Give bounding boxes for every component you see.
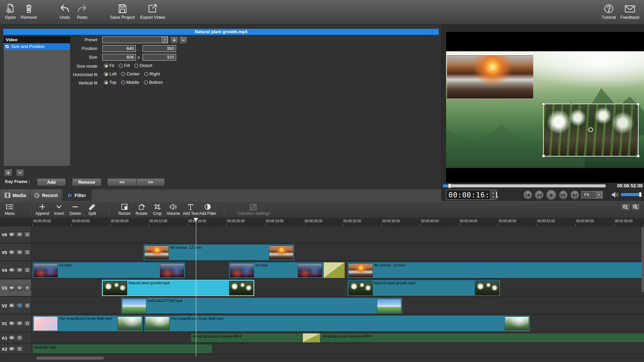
speaker-icon[interactable] — [9, 232, 15, 237]
track-lane-a1[interactable]: Amazing sunset scenery.MP4Amazing sunset… — [32, 333, 644, 343]
volume-handle[interactable] — [639, 192, 642, 197]
speaker-icon[interactable] — [9, 321, 15, 326]
timeline-clip[interactable]: Amazing sunset scenery.MP4 — [191, 333, 303, 343]
timecode-display[interactable]: 00:00:16:21 ▲▼ — [446, 190, 497, 200]
tab-filter[interactable]: fx Filter — [63, 189, 92, 201]
radio-right[interactable] — [144, 72, 148, 76]
radio-fit[interactable] — [104, 64, 108, 68]
lock-icon[interactable] — [24, 267, 31, 273]
speaker-icon[interactable] — [9, 335, 15, 341]
track-lane-v4[interactable]: 14.mp414.mp448 sunrise -12.mov — [32, 262, 644, 279]
track-lane-v1[interactable]: The magnificent Great Wall.mp4The magnif… — [32, 315, 644, 332]
lock-icon[interactable] — [24, 321, 31, 326]
feedback-button[interactable]: Feedback — [615, 2, 644, 23]
speaker-icon[interactable] — [9, 285, 15, 291]
chevron-down-icon[interactable]: ▼ — [162, 37, 167, 43]
speaker-icon[interactable] — [9, 250, 15, 255]
track-header-v6[interactable]: V6 — [0, 226, 32, 243]
skip-to-start-button[interactable] — [523, 190, 532, 199]
remove-button[interactable]: Remove — [14, 2, 43, 23]
eye-icon[interactable] — [16, 250, 23, 255]
redo-button[interactable]: Redo — [68, 2, 97, 23]
timeline-clip[interactable]: 48 sunrise -12.mov — [144, 244, 294, 260]
keyframe-next-button[interactable]: >> — [137, 178, 165, 186]
rewind-button[interactable] — [535, 190, 544, 199]
horizontal-scrollbar[interactable] — [36, 357, 104, 360]
zoom-in-button[interactable] — [631, 203, 640, 210]
timeline-clip[interactable]: 14.mp4 — [229, 262, 323, 278]
timeline-menu-button[interactable]: Menu — [0, 203, 21, 217]
size-height-input[interactable]: 325 — [143, 54, 176, 61]
track-header-v2[interactable]: V2 — [0, 297, 32, 314]
resize-handle[interactable] — [637, 155, 640, 158]
timecode-spinner[interactable]: ▲▼ — [490, 190, 496, 199]
radio-middle[interactable] — [121, 80, 125, 84]
timeline-clip[interactable]: The magnificent Great Wall.mp4 — [33, 315, 143, 331]
skip-to-end-button[interactable] — [570, 190, 579, 199]
radio-fill[interactable] — [119, 64, 123, 68]
track-lane-a2[interactable]: Butterfly.mp4 — [32, 344, 644, 354]
export-video-button[interactable]: Export Video — [138, 2, 167, 23]
lock-icon[interactable] — [16, 335, 23, 341]
add-filter-button-timeline[interactable]: Add Filter — [197, 203, 219, 217]
vertical-scrollbar[interactable] — [642, 227, 644, 292]
split-button[interactable]: Split — [81, 203, 103, 217]
play-button[interactable] — [546, 190, 556, 200]
zoom-out-button[interactable] — [621, 203, 630, 210]
resize-handle[interactable] — [542, 155, 545, 158]
speaker-icon[interactable] — [611, 192, 619, 199]
playhead-marker[interactable] — [194, 218, 198, 221]
radio-left[interactable] — [104, 72, 108, 76]
speaker-icon[interactable] — [9, 346, 15, 352]
tab-media[interactable]: Media — [1, 189, 30, 201]
timeline-clip[interactable]: The magnificent Great Wall.mp4 — [144, 315, 530, 331]
track-header-v5[interactable]: V5 — [0, 244, 32, 261]
timeline-ruler[interactable]: 00:00:00:0000:00:04:0000:00:08:0000:00:1… — [0, 219, 644, 226]
transition-clip[interactable] — [303, 333, 320, 343]
transition-clip[interactable] — [323, 262, 345, 278]
lock-icon[interactable] — [24, 285, 31, 291]
fast-forward-button[interactable] — [559, 190, 568, 199]
seek-handle[interactable] — [448, 184, 451, 188]
track-header-a2[interactable]: A2 — [0, 344, 32, 354]
tab-recent[interactable]: Recent — [31, 189, 62, 201]
position-x-input[interactable]: 640 — [102, 45, 136, 52]
track-lane-v2[interactable]: 5a57a4a1477a9.mp4 — [32, 297, 644, 314]
rotate-handle[interactable] — [588, 127, 593, 132]
keyframe-remove-button[interactable]: Remove — [72, 178, 101, 186]
eye-icon[interactable] — [16, 303, 23, 308]
radio-top[interactable] — [104, 80, 108, 84]
timeline-clip[interactable]: Butterfly.mp4 — [33, 344, 212, 354]
lock-icon[interactable] — [24, 250, 31, 255]
track-lane-v5[interactable]: 48 sunrise -12.mov — [32, 244, 644, 261]
track-header-v4[interactable]: V4 — [0, 262, 32, 279]
lock-icon[interactable] — [24, 232, 31, 237]
track-header-v3[interactable]: V3 — [0, 280, 32, 297]
timeline-clip[interactable]: Natural plant growth.mp4 — [102, 280, 254, 296]
selected-flowers-overlay[interactable] — [543, 104, 639, 157]
speaker-icon[interactable] — [9, 267, 15, 273]
zoom-fit-dropdown[interactable]: Fit ▼ — [581, 191, 603, 198]
timeline-clip[interactable]: Amazing sunset scenery.MP4 — [320, 333, 644, 343]
video-preview[interactable] — [446, 32, 644, 183]
remove-filter-button[interactable]: − — [16, 169, 24, 176]
timeline-clip[interactable]: 48 sunrise -12.mov — [347, 262, 644, 278]
timeline-clip[interactable]: Natural plant growth.mp4 — [347, 280, 500, 296]
track-lane-v3[interactable]: Natural plant growth.mp4Natural plant gr… — [32, 280, 644, 297]
radio-bottom[interactable] — [144, 80, 148, 84]
track-lane-v6[interactable] — [32, 226, 644, 243]
save-project-button[interactable]: Save Project — [108, 2, 137, 23]
seek-bar[interactable] — [443, 184, 606, 187]
size-width-input[interactable]: 606 — [102, 54, 136, 61]
resize-handle[interactable] — [542, 103, 545, 106]
eye-icon[interactable] — [16, 321, 23, 326]
radio-center[interactable] — [121, 72, 125, 76]
keyframe-prev-button[interactable]: << — [107, 178, 137, 186]
preset-add-button[interactable]: + — [170, 37, 178, 44]
keyframe-add-button[interactable]: Add — [37, 178, 66, 186]
timeline-clip[interactable]: 14.mp4 — [33, 262, 185, 278]
sunset-overlay-image[interactable] — [447, 55, 533, 99]
eye-icon[interactable] — [16, 267, 23, 273]
timeline-clip[interactable]: 5a57a4a1477a9.mp4 — [121, 298, 402, 314]
volume-slider[interactable] — [621, 193, 642, 196]
